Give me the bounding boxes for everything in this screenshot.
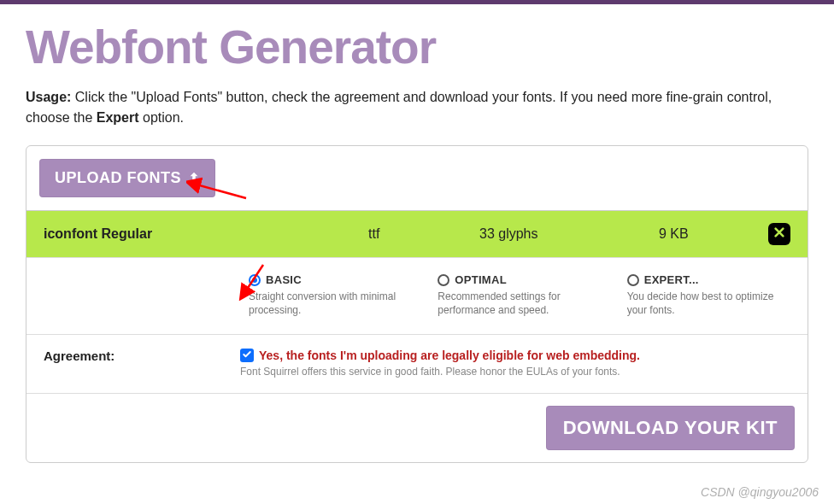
option-expert-desc: You decide how best to optimize your fon… (627, 290, 790, 317)
option-expert-label: EXPERT... (644, 273, 699, 286)
font-size: 9 KB (659, 226, 768, 242)
font-glyphs: 33 glyphs (479, 226, 659, 242)
main-panel: UPLOAD FONTS iconfont Regular ttf 33 gly… (26, 145, 808, 463)
agreement-row: Agreement: Yes, the fonts I'm uploading … (26, 334, 808, 393)
upload-fonts-button[interactable]: UPLOAD FONTS (39, 159, 215, 197)
upload-row: UPLOAD FONTS (26, 146, 808, 210)
download-row: DOWNLOAD YOUR KIT (26, 393, 808, 462)
check-icon (242, 348, 252, 363)
agreement-label: Agreement: (44, 349, 240, 378)
agreement-text: Yes, the fonts I'm uploading are legally… (259, 349, 640, 362)
usage-suffix: option. (139, 110, 184, 125)
radio-optimal[interactable] (438, 274, 449, 286)
download-kit-button[interactable]: DOWNLOAD YOUR KIT (546, 406, 795, 450)
close-icon (773, 226, 785, 242)
upload-icon (188, 171, 200, 186)
font-name: iconfont Regular (44, 226, 368, 242)
page-title: Webfont Generator (26, 20, 808, 74)
mode-options-row: BASIC Straight conversion with minimal p… (26, 257, 808, 334)
font-type: ttf (368, 226, 479, 242)
option-basic-desc: Straight conversion with minimal process… (249, 290, 412, 317)
radio-basic[interactable] (249, 274, 261, 286)
watermark: CSDN @qingyou2006 (701, 485, 819, 499)
usage-prefix: Usage: (26, 90, 71, 104)
options-spacer (44, 273, 223, 317)
radio-expert[interactable] (627, 274, 639, 286)
usage-text: Usage: Click the "Upload Fonts" button, … (26, 87, 808, 128)
agreement-note: Font Squirrel offers this service in goo… (240, 366, 790, 378)
option-expert[interactable]: EXPERT... You decide how best to optimiz… (627, 273, 790, 317)
delete-font-button[interactable] (768, 223, 790, 245)
usage-expert: Expert (97, 110, 139, 125)
font-row: iconfont Regular ttf 33 glyphs 9 KB (26, 210, 808, 257)
option-optimal-label: OPTIMAL (455, 273, 507, 286)
upload-fonts-label: UPLOAD FONTS (55, 169, 181, 187)
download-kit-label: DOWNLOAD YOUR KIT (563, 417, 778, 439)
option-optimal-desc: Recommended settings for performance and… (438, 290, 601, 317)
option-basic[interactable]: BASIC Straight conversion with minimal p… (249, 273, 412, 317)
option-basic-label: BASIC (266, 273, 302, 286)
agreement-checkbox[interactable] (240, 349, 254, 362)
option-optimal[interactable]: OPTIMAL Recommended settings for perform… (438, 273, 601, 317)
